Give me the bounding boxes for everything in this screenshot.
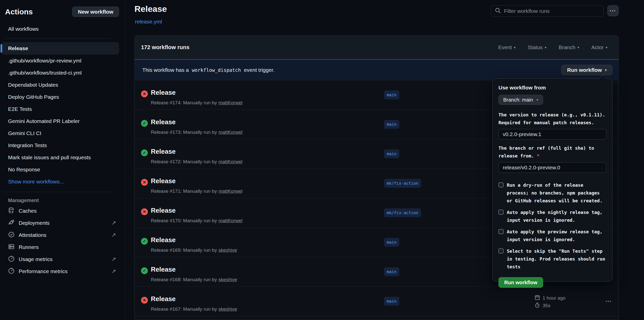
branch-pill[interactable]: mk/fix-action [384, 179, 421, 188]
nightly-tag-checkbox-row: Auto apply the nightly release tag, inpu… [498, 208, 606, 224]
sidebar-item-deployments[interactable]: Deployments ↗ [0, 217, 125, 229]
status-icon: ✓ [141, 238, 148, 245]
run-title-link[interactable]: Release [151, 266, 176, 273]
skip-tests-checkbox-row: Select to skip the "Run Tests" step in t… [498, 247, 606, 271]
banner-text: This workflow has a [142, 67, 189, 73]
external-link-icon: ↗ [111, 232, 116, 238]
sidebar-item-usage-metrics[interactable]: Usage metrics ↗ [0, 253, 125, 265]
runs-count: 172 workflow runs [141, 44, 189, 51]
run-title-link[interactable]: Release [151, 295, 176, 303]
sidebar-item-workflow[interactable]: Dependabot Updates [2, 79, 119, 91]
search-icon [495, 7, 501, 15]
actor-link[interactable]: skeshive [218, 306, 237, 312]
ref-help-text: The branch or ref (full git sha) to rele… [498, 144, 606, 160]
page-kebab-menu-button[interactable]: ••• [607, 5, 619, 16]
preview-tag-checkbox[interactable] [498, 229, 503, 234]
actor-link[interactable]: skeshive [218, 277, 237, 282]
run-duration: 35s [543, 303, 550, 308]
management-section-label: Management [0, 192, 125, 205]
preview-tag-checkbox-row: Auto apply the preview release tag, inpu… [498, 228, 606, 243]
sidebar-item-workflow[interactable]: Gemini Automated PR Labeler [2, 115, 119, 127]
run-title-link[interactable]: Release [151, 177, 176, 185]
run-title-link[interactable]: Release [151, 207, 176, 214]
sidebar-item-label: Release [8, 45, 28, 51]
run-description: Release #174: Manually run bymattKorwel [151, 100, 242, 106]
status-icon: ✕ [141, 297, 148, 304]
branch-pill[interactable]: main [384, 267, 399, 276]
status-icon: ✓ [141, 267, 148, 274]
actor-link[interactable]: skeshive [218, 247, 237, 253]
branch-pill[interactable]: main [384, 238, 399, 247]
sidebar-item-workflow[interactable]: Mark stale issues and pull requests [2, 151, 119, 164]
run-kebab-menu-button[interactable]: ••• [602, 297, 615, 306]
rocket-icon [8, 219, 15, 227]
actor-link[interactable]: mattKorwel [218, 159, 242, 164]
new-workflow-button[interactable]: New workflow [72, 7, 119, 17]
branch-pill[interactable]: main [384, 297, 399, 306]
workflow-file-link[interactable]: release.yml [135, 19, 162, 25]
filter-branch[interactable]: Branch▾ [558, 44, 579, 50]
run-time: 1 hour ago [543, 295, 566, 301]
run-title-link[interactable]: Release [151, 118, 176, 126]
run-workflow-submit-button[interactable]: Run workflow [498, 277, 543, 288]
version-input[interactable] [498, 129, 606, 140]
cache-icon [8, 207, 15, 215]
sidebar-item-workflow[interactable]: .github/workflows/trusted-ci.yml [2, 67, 119, 79]
run-title-link[interactable]: Release [151, 89, 176, 97]
actor-link[interactable]: mattKorwel [218, 188, 242, 194]
run-description: Release #169: Manually run byskeshive [151, 247, 237, 253]
branch-pill[interactable]: main [384, 90, 399, 99]
sidebar-item-performance-metrics[interactable]: Performance metrics ↗ [0, 265, 125, 277]
workflow-run-row[interactable]: ✕ Release Release #167: Manually run bys… [135, 286, 619, 316]
branch-pill[interactable]: mk/fix-action [384, 208, 421, 217]
sidebar-item-workflow[interactable]: Deploy GitHub Pages [2, 91, 119, 103]
run-title-link[interactable]: Release [151, 148, 176, 155]
branch-pill[interactable]: main [384, 120, 399, 129]
run-title-link[interactable]: Release [151, 236, 176, 244]
dry-run-checkbox[interactable] [498, 182, 503, 187]
ref-input[interactable] [498, 162, 606, 173]
run-workflow-dropdown-button[interactable]: Run workflow ▾ [561, 65, 612, 75]
meter-icon [8, 255, 15, 263]
actor-link[interactable]: mattKorwel [218, 130, 242, 135]
filter-actor[interactable]: Actor▾ [591, 44, 607, 50]
banner-code: workflow_dispatch [192, 67, 241, 73]
chevron-down-icon: ▾ [537, 98, 538, 102]
skip-tests-checkbox[interactable] [498, 248, 503, 253]
chevron-down-icon: ▾ [514, 45, 516, 49]
checkbox-label: Run a dry-run of the release process; no… [507, 181, 602, 205]
filter-workflow-runs-input[interactable] [504, 8, 600, 14]
stopwatch-icon [535, 302, 540, 309]
checkbox-label: Auto apply the nightly release tag, inpu… [507, 208, 602, 224]
sidebar-divider [4, 39, 111, 39]
sidebar-item-all-workflows[interactable]: All workflows [2, 23, 119, 35]
actor-link[interactable]: mattKorwel [218, 100, 242, 105]
sidebar-item-attestations[interactable]: Attestations ↗ [0, 229, 125, 241]
sidebar-item-release-selected[interactable]: Release [2, 42, 119, 55]
sidebar-item-label: Usage metrics [19, 256, 52, 262]
run-filters: Event▾ Status▾ Branch▾ Actor▾ [498, 44, 607, 50]
branch-selector-button[interactable]: Branch: main ▾ [498, 95, 543, 105]
filter-status[interactable]: Status▾ [528, 44, 547, 50]
actor-link[interactable]: mattKorwel [218, 218, 242, 223]
sidebar-item-workflow[interactable]: No Response [2, 164, 119, 176]
filter-workflow-runs-box [491, 5, 604, 17]
show-more-workflows-link[interactable]: Show more workflows... [2, 176, 119, 188]
filter-event[interactable]: Event▾ [498, 44, 516, 50]
sidebar-item-runners[interactable]: Runners [0, 241, 125, 253]
checkbox-label: Select to skip the "Run Tests" step in t… [507, 247, 605, 271]
nightly-tag-checkbox[interactable] [498, 210, 503, 215]
run-workflow-dialog: Use workflow from Branch: main ▾ The ver… [492, 78, 612, 282]
sidebar-item-label: Caches [19, 208, 37, 214]
branch-pill[interactable]: main [384, 149, 399, 158]
dry-run-checkbox-row: Run a dry-run of the release process; no… [498, 181, 606, 205]
page-title: Release [134, 4, 167, 14]
sidebar-item-workflow[interactable]: Integration Tests [2, 139, 119, 151]
run-description: Release #167: Manually run byskeshive [151, 306, 237, 312]
sidebar-item-workflow[interactable]: Gemini CLI CI [2, 127, 119, 139]
sidebar-item-label: Performance metrics [19, 268, 68, 274]
sidebar-item-caches[interactable]: Caches [0, 205, 125, 217]
sidebar-item-workflow[interactable]: .github/workflows/pr-review.yml [2, 55, 119, 67]
status-icon: ✓ [141, 120, 148, 127]
sidebar-item-workflow[interactable]: E2E Tests [2, 103, 119, 115]
